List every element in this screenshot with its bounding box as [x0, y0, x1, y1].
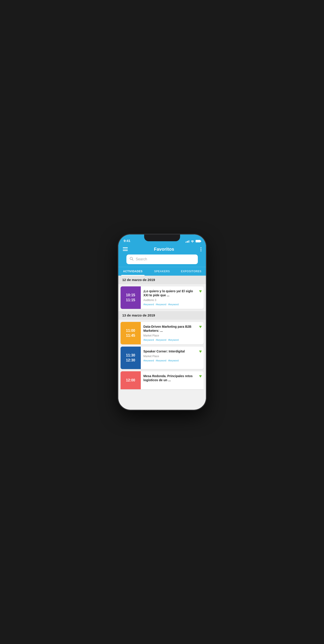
- wifi-icon: [191, 240, 194, 242]
- date-text-2: 13 de marzo de 2019: [122, 313, 155, 317]
- keyword-3-2: #keyword: [156, 359, 166, 362]
- favorite-icon-1[interactable]: ♥: [199, 289, 202, 294]
- date-header-1: 12 de marzo de 2019: [118, 276, 206, 284]
- card-keywords-2: #keyword #keyword #keyword: [143, 338, 201, 341]
- card-body-3: ♥ Speaker Corner: Interdigital Market Pl…: [141, 346, 204, 369]
- card-keywords-1: #keyword #keyword #keyword: [143, 303, 201, 306]
- card-title-1: ¡Lo quiero y lo quiero ya! El siglo XXI …: [143, 289, 201, 297]
- tab-expositores[interactable]: EXPOSITORES: [177, 267, 206, 276]
- tabs: ACTIVIDADES SPEAKERS EXPOSITORES: [118, 267, 206, 276]
- time-block-4: 12:00: [121, 371, 141, 389]
- signal-icon: [185, 240, 189, 242]
- card-venue-2: Market Place: [143, 334, 201, 337]
- time-block-1: 10:15 11:15: [121, 286, 141, 309]
- card-venue-3: Market Place: [143, 355, 201, 358]
- card-title-2: Data-Driven Marketing para B2B Marketers…: [143, 324, 201, 333]
- keyword-2-1: #keyword: [143, 338, 154, 341]
- activity-card-4[interactable]: 12:00 ♥ Mesa Redonda. Principales retos …: [121, 371, 204, 389]
- menu-button[interactable]: [123, 247, 128, 251]
- card-body-1: ♥ ¡Lo quiero y lo quiero ya! El siglo XX…: [141, 286, 204, 309]
- more-button[interactable]: [201, 247, 201, 251]
- card-body-4: ♥ Mesa Redonda. Principales retos logíst…: [141, 371, 204, 389]
- status-icons: [185, 240, 201, 243]
- time-end-2: 11:45: [126, 334, 135, 338]
- search-bar-wrapper: Search: [123, 254, 201, 267]
- search-icon: [130, 257, 134, 262]
- time-start-1: 10:15: [126, 293, 135, 297]
- activity-card-1[interactable]: 10:15 11:15 ♥ ¡Lo quiero y lo quiero ya!…: [121, 286, 204, 309]
- date-text-1: 12 de marzo de 2019: [122, 278, 155, 282]
- time-start-2: 11:00: [126, 329, 135, 333]
- keyword-1-3: #keyword: [168, 303, 179, 306]
- phone-screen: 9:41 F: [118, 234, 206, 410]
- phone-frame: 9:41 F: [118, 234, 206, 410]
- time-start-4: 12:00: [126, 378, 135, 382]
- keyword-1-2: #keyword: [156, 303, 166, 306]
- time-start-3: 11:30: [126, 353, 135, 358]
- keyword-1-1: #keyword: [143, 303, 154, 306]
- time-block-2: 11:00 11:45: [121, 322, 141, 344]
- time-end-1: 11:15: [126, 298, 135, 302]
- card-title-3: Speaker Corner: Interdigital: [143, 349, 201, 353]
- keyword-2-2: #keyword: [156, 338, 166, 341]
- card-venue-1: Auditorio 3: [143, 298, 201, 302]
- search-input[interactable]: Search: [136, 257, 147, 261]
- card-title-4: Mesa Redonda. Principales retos logístic…: [143, 374, 201, 382]
- keyword-2-3: #keyword: [168, 338, 179, 341]
- tab-speakers[interactable]: SPEAKERS: [148, 267, 177, 276]
- app-title: Favoritos: [154, 247, 174, 252]
- keyword-3-1: #keyword: [143, 359, 154, 362]
- activity-card-3[interactable]: 11:30 12:30 ♥ Speaker Corner: Interdigit…: [121, 346, 204, 369]
- card-body-2: ♥ Data-Driven Marketing para B2B Markete…: [141, 322, 204, 344]
- battery-icon: [196, 240, 201, 242]
- time-end-3: 12:30: [126, 358, 135, 362]
- activity-card-2[interactable]: 11:00 11:45 ♥ Data-Driven Marketing para…: [121, 322, 204, 344]
- favorite-icon-4[interactable]: ♥: [199, 374, 202, 379]
- tab-actividades[interactable]: ACTIVIDADES: [118, 267, 148, 276]
- favorite-icon-2[interactable]: ♥: [199, 324, 202, 329]
- favorite-icon-3[interactable]: ♥: [199, 349, 202, 354]
- app-header: Favoritos Search: [118, 244, 206, 267]
- content-area: 12 de marzo de 2019 10:15 11:15 ♥ ¡Lo qu…: [118, 276, 206, 406]
- search-bar[interactable]: Search: [126, 254, 198, 264]
- date-header-2: 13 de marzo de 2019: [118, 311, 206, 320]
- notch: [144, 234, 180, 241]
- time-block-3: 11:30 12:30: [121, 346, 141, 369]
- status-time: 9:41: [124, 239, 130, 243]
- header-row: Favoritos: [123, 247, 201, 254]
- card-keywords-3: #keyword #keyword #keyword: [143, 359, 201, 362]
- keyword-3-3: #keyword: [168, 359, 179, 362]
